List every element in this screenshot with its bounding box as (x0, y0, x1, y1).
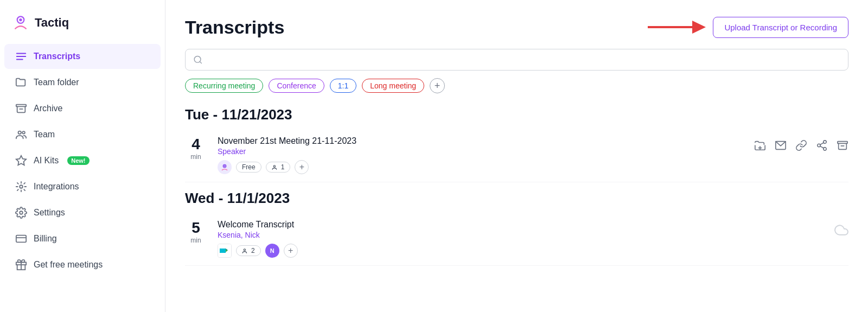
main-content: Transcripts Upload Transcript or Recordi… (165, 0, 868, 312)
sidebar-item-team[interactable]: Team (4, 122, 161, 147)
sidebar-item-get-free[interactable]: Get free meetings (4, 252, 161, 277)
email-icon[interactable] (775, 139, 787, 151)
svg-line-30 (820, 143, 824, 145)
participant-count-2: 2 (251, 247, 255, 254)
sidebar-item-billing[interactable]: Billing (4, 226, 161, 251)
svg-marker-9 (16, 156, 26, 165)
meeting-speakers-1: Speaker (218, 147, 754, 156)
search-input[interactable] (207, 55, 840, 65)
link-icon[interactable] (795, 139, 807, 151)
sidebar-label-archive: Archive (34, 104, 62, 113)
app-name: Tactiq (35, 16, 69, 30)
sidebar-item-integrations[interactable]: Integrations (4, 174, 161, 199)
add-folder-icon[interactable] (754, 139, 766, 151)
search-bar (185, 49, 848, 71)
upload-area: Upload Transcript or Recording (643, 15, 848, 39)
svg-line-19 (200, 61, 201, 63)
add-filter-button[interactable]: + (430, 78, 445, 93)
sidebar-item-archive[interactable]: Archive (4, 96, 161, 121)
meeting-actions-2 (834, 220, 848, 237)
folder-icon (15, 77, 27, 88)
integrations-icon (15, 181, 27, 193)
date-header-2: Wed - 11/1/2023 (185, 190, 848, 207)
add-participant-button-1[interactable]: + (295, 160, 309, 174)
share-icon[interactable] (816, 139, 828, 151)
meeting-actions-1 (754, 136, 848, 151)
sidebar-label-transcripts: Transcripts (34, 52, 80, 61)
badge-participants-2: 2 (236, 245, 261, 256)
gift-icon (15, 259, 27, 271)
badge-participants-1: 1 (266, 162, 291, 173)
svg-line-29 (820, 146, 824, 148)
meeting-speakers-2: Ksenia, Nick (218, 231, 834, 239)
platform-icon-1 (218, 160, 232, 174)
duration-unit-2: min (185, 237, 207, 244)
date-header-1: Tue - 11/21/2023 (185, 106, 848, 123)
upload-transcript-button[interactable]: Upload Transcript or Recording (713, 17, 848, 38)
svg-point-7 (18, 131, 22, 135)
badge-free-1: Free (236, 162, 261, 173)
add-participant-button-2[interactable]: + (284, 244, 298, 258)
filter-tag-recurring[interactable]: Recurring meeting (185, 79, 263, 93)
participant-icon-2 (242, 247, 249, 254)
sidebar-label-integrations: Integrations (34, 182, 79, 192)
duration-number-2: 5 (185, 220, 207, 237)
sidebar: Tactiq Transcripts Team folder Archive T… (0, 0, 165, 312)
sidebar-label-get-free: Get free meetings (34, 260, 103, 270)
avatar-icon: N (265, 244, 279, 258)
cloud-icon[interactable] (834, 223, 848, 237)
meeting-meta-2: 2 N + (218, 244, 834, 258)
tactiq-logo-icon (11, 13, 30, 33)
archive-icon (15, 103, 27, 114)
gmeet-icon (218, 244, 231, 257)
list-icon (15, 50, 27, 62)
svg-rect-31 (838, 142, 847, 144)
main-header: Transcripts Upload Transcript or Recordi… (185, 15, 848, 39)
meeting-meta-1: Free 1 + (218, 160, 754, 174)
archive-action-icon[interactable] (837, 139, 848, 151)
svg-rect-34 (220, 249, 226, 253)
sidebar-item-ai-kits[interactable]: AI Kits New! (4, 148, 161, 173)
duration-number-1: 4 (185, 136, 207, 153)
ai-kits-badge: New! (67, 156, 89, 165)
svg-point-35 (244, 249, 245, 250)
sidebar-label-team: Team (34, 130, 55, 139)
meeting-card-1: 4 min November 21st Meeting 21-11-2023 S… (185, 131, 848, 182)
tactiq-small-icon (220, 163, 229, 171)
svg-rect-5 (16, 105, 26, 107)
gmeet-icon-container (218, 244, 232, 258)
meeting-duration-1: 4 min (185, 136, 207, 161)
red-arrow-icon (643, 15, 709, 39)
svg-point-8 (22, 131, 25, 134)
search-icon (193, 55, 203, 65)
ai-icon (15, 155, 27, 167)
logo-area: Tactiq (0, 9, 165, 43)
date-group-1: Tue - 11/21/2023 4 min November 21st Mee… (185, 106, 848, 182)
svg-point-1 (19, 18, 22, 21)
sidebar-label-team-folder: Team folder (34, 78, 79, 87)
sidebar-item-settings[interactable]: Settings (4, 200, 161, 225)
filter-tag-long-meeting[interactable]: Long meeting (362, 79, 424, 93)
meeting-title-1[interactable]: November 21st Meeting 21-11-2023 (218, 136, 754, 146)
page-title: Transcripts (185, 17, 284, 38)
svg-point-22 (273, 165, 275, 167)
sidebar-item-team-folder[interactable]: Team folder (4, 70, 161, 95)
team-icon (15, 129, 27, 141)
svg-point-21 (224, 165, 226, 167)
duration-unit-1: min (185, 153, 207, 161)
meeting-title-2[interactable]: Welcome Transcript (218, 220, 834, 230)
meeting-duration-2: 5 min (185, 220, 207, 244)
meeting-info-2: Welcome Transcript Ksenia, Nick (218, 220, 834, 258)
sidebar-label-ai-kits: AI Kits (34, 156, 59, 165)
svg-rect-12 (16, 235, 26, 243)
svg-point-10 (20, 185, 23, 188)
filter-tag-one-on-one[interactable]: 1:1 (330, 79, 356, 93)
svg-point-11 (20, 211, 23, 214)
sidebar-label-settings: Settings (34, 208, 65, 218)
meeting-info-1: November 21st Meeting 21-11-2023 Speaker… (218, 136, 754, 174)
sidebar-item-transcripts[interactable]: Transcripts (4, 44, 161, 69)
filter-tags: Recurring meeting Conference 1:1 Long me… (185, 78, 848, 93)
filter-tag-conference[interactable]: Conference (269, 79, 324, 93)
meeting-card-2: 5 min Welcome Transcript Ksenia, Nick (185, 214, 848, 266)
settings-icon (15, 207, 27, 219)
